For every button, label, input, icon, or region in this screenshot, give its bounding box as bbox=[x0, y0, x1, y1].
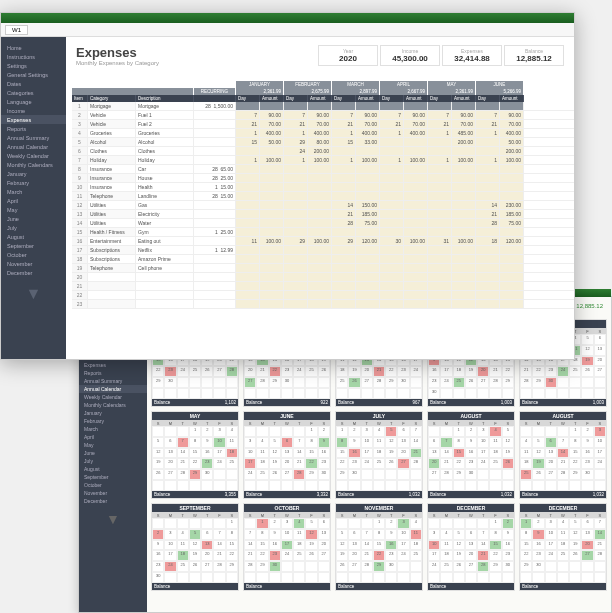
cell-amount[interactable] bbox=[356, 183, 380, 191]
cell-day[interactable] bbox=[284, 210, 308, 218]
cell-day[interactable] bbox=[284, 165, 308, 173]
cell-amount[interactable] bbox=[452, 291, 476, 299]
cell-amount[interactable] bbox=[500, 192, 524, 200]
cell-day[interactable]: 1 bbox=[380, 156, 404, 164]
table-row[interactable]: 3VehicleFuel 22170.002170.002170.002170.… bbox=[72, 120, 574, 129]
cell-day[interactable]: 1 bbox=[428, 129, 452, 137]
cell-amount[interactable] bbox=[308, 246, 332, 254]
cell-day[interactable]: 7 bbox=[284, 111, 308, 119]
cell-amount[interactable] bbox=[452, 282, 476, 290]
cell-amount[interactable]: 90.00 bbox=[500, 111, 524, 119]
cell-day[interactable] bbox=[284, 192, 308, 200]
sidebar-item[interactable]: September bbox=[79, 473, 147, 481]
cell-amount[interactable] bbox=[452, 264, 476, 272]
sidebar-item[interactable]: January bbox=[79, 409, 147, 417]
cell-day[interactable] bbox=[236, 165, 260, 173]
cell-amount[interactable]: 485.00 bbox=[452, 129, 476, 137]
cell-amount[interactable] bbox=[260, 228, 284, 236]
cell-amount[interactable]: 33.00 bbox=[356, 138, 380, 146]
cell-amount[interactable] bbox=[260, 147, 284, 155]
cell-day[interactable] bbox=[236, 219, 260, 227]
cell-day[interactable] bbox=[332, 273, 356, 281]
cell-day[interactable] bbox=[428, 165, 452, 173]
cell-amount[interactable] bbox=[356, 192, 380, 200]
cell-day[interactable] bbox=[428, 192, 452, 200]
cell-day[interactable]: 21 bbox=[236, 120, 260, 128]
cell-amount[interactable] bbox=[260, 264, 284, 272]
table-row[interactable]: 16EntertainmentEating out11100.0029100.0… bbox=[72, 237, 574, 246]
sidebar-item[interactable]: Reports bbox=[1, 124, 66, 133]
expenses-table[interactable]: JANUARYFEBRUARYMARCHAPRILMAYJUNE RECURRI… bbox=[72, 81, 574, 309]
cell-amount[interactable] bbox=[260, 174, 284, 182]
sidebar-item[interactable]: May bbox=[1, 205, 66, 214]
mini-calendar[interactable]: MAYSMTWTFS123456789101112131415161718192… bbox=[151, 411, 239, 499]
sidebar-item[interactable]: November bbox=[1, 259, 66, 268]
cell-amount[interactable] bbox=[500, 255, 524, 263]
cell-day[interactable] bbox=[284, 282, 308, 290]
cell-day[interactable] bbox=[236, 210, 260, 218]
cell-amount[interactable] bbox=[260, 291, 284, 299]
cell-amount[interactable]: 400.00 bbox=[404, 129, 428, 137]
cell-amount[interactable]: 70.00 bbox=[308, 120, 332, 128]
cell-day[interactable]: 28 bbox=[476, 219, 500, 227]
table-row[interactable]: 1MortgageMortgage28 1,500.00 bbox=[72, 102, 574, 111]
sidebar-item[interactable]: Reports bbox=[79, 369, 147, 377]
cell-day[interactable] bbox=[428, 255, 452, 263]
sidebar-item[interactable]: September bbox=[1, 241, 66, 250]
cell-amount[interactable] bbox=[308, 201, 332, 209]
cell-amount[interactable]: 80.00 bbox=[308, 138, 332, 146]
sidebar-item[interactable]: General Settings bbox=[1, 70, 66, 79]
cell-amount[interactable] bbox=[356, 228, 380, 236]
cell-day[interactable] bbox=[428, 210, 452, 218]
sidebar-item[interactable]: October bbox=[79, 481, 147, 489]
table-row[interactable]: 10InsuranceHealth1 15.00 bbox=[72, 183, 574, 192]
cell-day[interactable] bbox=[284, 246, 308, 254]
sidebar-item[interactable]: April bbox=[79, 433, 147, 441]
cell-amount[interactable] bbox=[308, 228, 332, 236]
cell-amount[interactable] bbox=[500, 273, 524, 281]
cell-day[interactable] bbox=[380, 291, 404, 299]
cell-amount[interactable]: 90.00 bbox=[308, 111, 332, 119]
cell-day[interactable] bbox=[476, 192, 500, 200]
cell-amount[interactable] bbox=[452, 201, 476, 209]
cell-amount[interactable]: 200.00 bbox=[308, 147, 332, 155]
cell-day[interactable] bbox=[380, 183, 404, 191]
cell-day[interactable] bbox=[428, 282, 452, 290]
cal-days[interactable]: 1234567891011121314151617181920212223242… bbox=[520, 426, 606, 491]
cell-day[interactable] bbox=[332, 228, 356, 236]
cell-day[interactable] bbox=[236, 255, 260, 263]
sidebar-item[interactable]: November bbox=[79, 489, 147, 497]
cell-amount[interactable] bbox=[260, 183, 284, 191]
sidebar-item[interactable]: Annual Calendar bbox=[1, 142, 66, 151]
sidebar-item[interactable]: Weekly Calendar bbox=[1, 151, 66, 160]
cell-amount[interactable]: 50.00 bbox=[260, 138, 284, 146]
cell-amount[interactable] bbox=[404, 147, 428, 155]
cell-day[interactable]: 21 bbox=[284, 120, 308, 128]
cell-amount[interactable] bbox=[356, 246, 380, 254]
cell-amount[interactable] bbox=[452, 228, 476, 236]
cell-day[interactable] bbox=[236, 183, 260, 191]
cell-day[interactable]: 1 bbox=[428, 156, 452, 164]
cell-day[interactable]: 15 bbox=[236, 138, 260, 146]
cell-amount[interactable]: 150.00 bbox=[356, 201, 380, 209]
cell-day[interactable]: 1 bbox=[284, 129, 308, 137]
cell-day[interactable] bbox=[428, 201, 452, 209]
sidebar-item[interactable]: Weekly Calendar bbox=[79, 393, 147, 401]
cell-amount[interactable] bbox=[404, 138, 428, 146]
cell-amount[interactable] bbox=[452, 147, 476, 155]
cell-amount[interactable]: 400.00 bbox=[308, 129, 332, 137]
cell-amount[interactable] bbox=[500, 183, 524, 191]
mini-calendar[interactable]: DECEMBERSMTWTFS1234567891011121314151617… bbox=[519, 503, 607, 591]
cell-day[interactable] bbox=[284, 201, 308, 209]
cell-amount[interactable]: 75.00 bbox=[500, 219, 524, 227]
cell-day[interactable] bbox=[284, 273, 308, 281]
cell-day[interactable] bbox=[236, 273, 260, 281]
cell-amount[interactable]: 185.00 bbox=[356, 210, 380, 218]
cell-day[interactable] bbox=[236, 228, 260, 236]
cell-day[interactable] bbox=[428, 183, 452, 191]
sidebar-item[interactable]: May bbox=[79, 441, 147, 449]
cell-amount[interactable] bbox=[404, 165, 428, 173]
sidebar-item[interactable]: Instructions bbox=[1, 52, 66, 61]
cell-amount[interactable] bbox=[452, 219, 476, 227]
mini-calendar[interactable]: AUGUSTSMTWTFS123456789101112131415161718… bbox=[519, 411, 607, 499]
